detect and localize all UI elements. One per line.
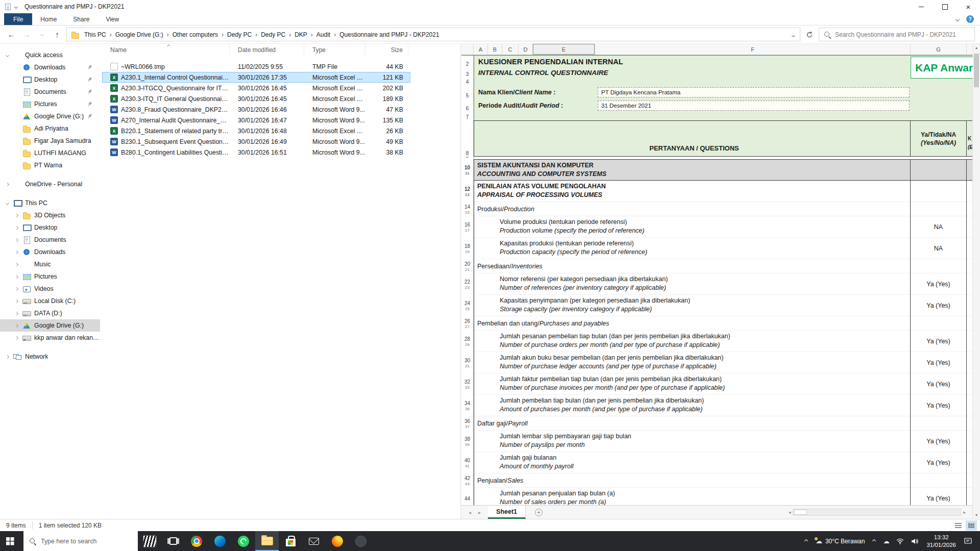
question-cell[interactable]: Jumlah pembelian tiap bulan (dan per jen… bbox=[474, 395, 911, 416]
question-cell[interactable]: Kapasitas penyimpanan (per kategori pers… bbox=[474, 295, 911, 316]
expand-chevron-icon[interactable] bbox=[15, 214, 21, 217]
volume-tray-icon[interactable] bbox=[908, 538, 922, 544]
row-number[interactable]: 3839 bbox=[461, 431, 474, 452]
row-number[interactable]: 1415 bbox=[461, 202, 474, 216]
address-field[interactable]: This PC›Google Drive (G:)›Other computer… bbox=[66, 28, 800, 41]
row-number[interactable]: 2021 bbox=[461, 259, 474, 273]
sidebar-item-google-drive-g[interactable]: Google Drive (G:) bbox=[0, 110, 100, 122]
clock[interactable]: 13:32 31/01/2026 bbox=[922, 534, 961, 549]
forward-button[interactable]: → bbox=[20, 28, 33, 41]
audit-period-value[interactable]: 31 Desember 2021 bbox=[598, 101, 910, 111]
answer-cell[interactable]: Ya (Yes) bbox=[911, 295, 967, 316]
tab-share[interactable]: Share bbox=[65, 13, 97, 25]
sidebar-item-desktop[interactable]: Desktop bbox=[0, 221, 100, 234]
question-cell[interactable]: Jumlah pesanan penjualan tiap bulan (a)N… bbox=[474, 488, 911, 505]
start-button[interactable] bbox=[0, 531, 23, 551]
answer-cell[interactable] bbox=[911, 416, 967, 431]
column-header-B[interactable]: B bbox=[488, 44, 502, 55]
qat-customize-chevron-icon[interactable] bbox=[14, 5, 18, 8]
sidebar-item-pictures[interactable]: Pictures bbox=[0, 270, 100, 283]
row-number[interactable]: 2627 bbox=[461, 316, 474, 331]
answer-cell[interactable]: Ya (Yes) bbox=[911, 352, 967, 373]
file-row[interactable]: WA230.8_Fraud Questionnaire_DKP202130/01… bbox=[102, 104, 410, 115]
sidebar-item-luthfi-magang[interactable]: LUTHFI MAGANG bbox=[0, 147, 100, 159]
answer-cell[interactable]: Ya (Yes) bbox=[911, 373, 967, 395]
file-row[interactable]: ~WRL0066.tmp11/02/2025 9:55TMP File44 KB bbox=[102, 61, 410, 72]
task-view-taskbar-button[interactable] bbox=[161, 531, 185, 551]
sidebar-item-music[interactable]: Music bbox=[0, 258, 100, 270]
store-taskbar-button[interactable] bbox=[279, 531, 302, 551]
scroll-down-icon[interactable]: ▾ bbox=[973, 511, 980, 519]
row-number[interactable]: 4041 bbox=[461, 452, 474, 473]
sheet-subtitle-cell[interactable]: INTERNAL CONTROL QUESTIONNAIRE bbox=[474, 67, 911, 78]
maximize-button[interactable] bbox=[933, 0, 957, 13]
column-header-F[interactable]: F bbox=[595, 44, 911, 55]
answer-cell[interactable] bbox=[911, 181, 967, 202]
expand-chevron-icon[interactable] bbox=[6, 202, 12, 205]
breadcrumb-this-pc[interactable]: This PC bbox=[81, 31, 109, 38]
column-header-E[interactable]: E bbox=[533, 44, 595, 55]
select-all-corner[interactable] bbox=[461, 44, 474, 55]
file-row[interactable]: WB280.1_Contingent Liabilities Questionn… bbox=[102, 147, 410, 158]
column-header-name[interactable]: Name bbox=[102, 44, 230, 56]
scroll-left-icon[interactable]: ◂ bbox=[787, 510, 793, 515]
tab-home[interactable]: Home bbox=[32, 13, 65, 25]
answer-cell[interactable]: NA bbox=[911, 216, 967, 238]
row-number[interactable]: 7 bbox=[461, 112, 474, 120]
question-cell[interactable]: Penjualan/Sales bbox=[474, 473, 911, 488]
expand-chevron-icon[interactable] bbox=[15, 300, 21, 303]
row-number[interactable]: 3 bbox=[461, 67, 474, 78]
client-name-row[interactable]: Nama Klien/Client Name : PT Digdaya Kenc… bbox=[474, 85, 911, 99]
answer-cell[interactable]: Ya (Yes) bbox=[911, 331, 967, 352]
back-button[interactable]: ← bbox=[5, 28, 17, 41]
row-number[interactable]: 1819 bbox=[461, 238, 474, 259]
scroll-right-icon[interactable]: ▸ bbox=[961, 510, 968, 515]
sidebar-item-pt-warna[interactable]: PT Warna bbox=[0, 159, 100, 171]
row-number[interactable]: 3435 bbox=[461, 395, 474, 416]
vertical-scrollbar[interactable]: ▴ ▾ bbox=[972, 44, 980, 519]
breadcrumb-questionnaire-and-pmpj-dkp2021[interactable]: Questionnaire and PMPJ - DKP2021 bbox=[336, 31, 442, 38]
file-row[interactable]: XA230.3-ITQ_IT General Questionnaire_DK.… bbox=[102, 93, 410, 104]
row-number[interactable]: 1011 bbox=[461, 159, 474, 181]
column-header-size[interactable]: Size bbox=[365, 44, 408, 56]
refresh-button[interactable] bbox=[803, 28, 816, 41]
chrome-taskbar-button[interactable] bbox=[185, 531, 208, 551]
row-number[interactable]: 3233 bbox=[461, 373, 474, 395]
column-header-G[interactable]: G bbox=[911, 44, 967, 55]
client-name-value[interactable]: PT Digdaya Kencana Pratama bbox=[598, 87, 910, 97]
show-hidden-icons-chevron-icon[interactable] bbox=[869, 540, 879, 542]
hscroll-thumb[interactable] bbox=[794, 510, 807, 515]
sheet-prev-icon[interactable]: ◂ bbox=[469, 510, 471, 515]
audit-period-row[interactable]: Periode Audit/Audit Period : 31 Desember… bbox=[474, 99, 911, 112]
sidebar-item-documents[interactable]: Documents bbox=[0, 234, 100, 246]
explorer-search-input[interactable]: Search Questionnaire and PMPJ - DKP2021 bbox=[819, 28, 975, 41]
sidebar-item-adi-priyatna[interactable]: Adi Priyatna bbox=[0, 122, 100, 135]
help-icon[interactable]: ? bbox=[966, 15, 974, 23]
answer-cell[interactable] bbox=[911, 159, 967, 181]
answer-cell[interactable]: Ya (Yes) bbox=[911, 452, 967, 473]
question-cell[interactable]: Jumlah akun buku besar pembelian (dan pe… bbox=[474, 352, 911, 373]
expand-chevron-icon[interactable] bbox=[6, 356, 12, 358]
question-cell[interactable]: Volume produksi (tentukan periode refere… bbox=[474, 216, 911, 238]
onedrive-tray-icon[interactable]: ☁ bbox=[879, 538, 893, 545]
column-header-type[interactable]: Type bbox=[304, 44, 365, 56]
column-header-D[interactable]: D bbox=[519, 44, 533, 55]
answer-cell[interactable]: Ya (Yes) bbox=[911, 395, 967, 416]
row-number[interactable]: 4243 bbox=[461, 473, 474, 488]
breadcrumb-dkp[interactable]: DKP bbox=[291, 31, 310, 38]
details-view-button[interactable] bbox=[952, 520, 964, 531]
dark-app-taskbar-button[interactable] bbox=[349, 531, 373, 551]
row-number[interactable]: 2829 bbox=[461, 331, 474, 352]
row-number[interactable]: 2223 bbox=[461, 273, 474, 295]
file-row[interactable]: WB230.1_Subsequent Event Questionnaire_.… bbox=[102, 136, 410, 147]
answer-cell[interactable]: Ya (Yes) bbox=[911, 273, 967, 295]
breadcrumb-other-computers[interactable]: Other computers bbox=[169, 31, 221, 38]
expand-chevron-icon[interactable] bbox=[15, 276, 21, 278]
row-number[interactable]: 5 bbox=[461, 85, 474, 99]
sidebar-item-desktop[interactable]: Desktop bbox=[0, 73, 100, 86]
sidebar-item-videos[interactable]: Videos bbox=[0, 283, 100, 295]
scroll-up-icon[interactable]: ▴ bbox=[973, 44, 980, 52]
tab-view[interactable]: View bbox=[97, 13, 127, 25]
row-number[interactable]: 3031 bbox=[461, 352, 474, 373]
zebra-shortcut-taskbar-button[interactable] bbox=[138, 531, 161, 551]
